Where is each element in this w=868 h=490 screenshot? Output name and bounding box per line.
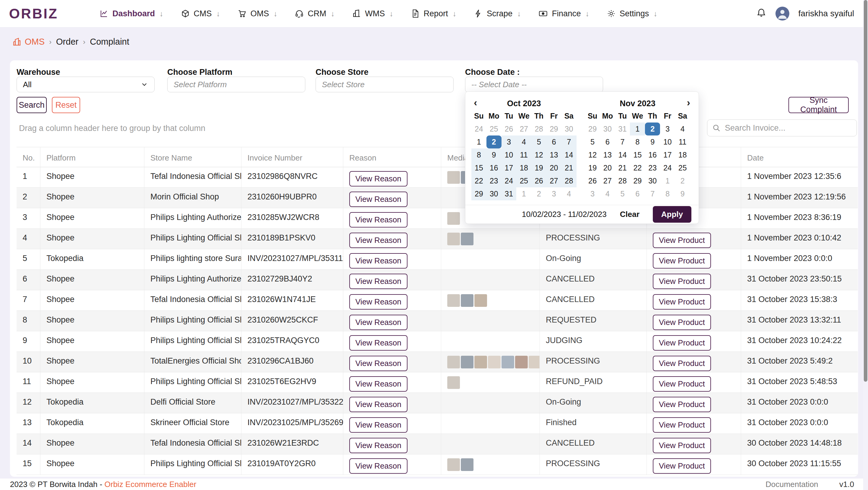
media-thumbnail[interactable] xyxy=(447,294,460,307)
calendar-day[interactable]: 20 xyxy=(547,162,561,174)
calendar-day[interactable]: 21 xyxy=(615,162,630,174)
view-product-button[interactable]: View Product xyxy=(653,335,711,351)
calendar-day[interactable]: 12 xyxy=(585,148,600,162)
media-thumbnail[interactable] xyxy=(447,376,460,389)
calendar-day[interactable]: 9 xyxy=(645,136,660,148)
calendar-day[interactable]: 12 xyxy=(531,148,547,162)
calendar-day[interactable]: 4 xyxy=(516,136,531,148)
view-reason-button[interactable]: View Reason xyxy=(349,397,407,412)
invoice-search-input[interactable] xyxy=(724,123,852,133)
media-thumbnail[interactable] xyxy=(461,233,473,245)
view-product-button[interactable]: View Product xyxy=(653,253,711,268)
platform-input[interactable] xyxy=(167,77,305,92)
calendar-day[interactable]: 18 xyxy=(516,162,531,174)
nav-item-wms[interactable]: WMS↓ xyxy=(352,9,393,19)
column-header[interactable]: Date xyxy=(741,147,858,167)
view-reason-button[interactable]: View Reason xyxy=(349,192,407,207)
view-reason-button[interactable]: View Reason xyxy=(349,273,407,289)
calendar-day[interactable]: 3 xyxy=(501,136,517,148)
calendar-day[interactable]: 28 xyxy=(615,174,630,188)
column-header[interactable]: Platform xyxy=(40,147,144,167)
calendar-day[interactable]: 15 xyxy=(630,148,645,162)
calendar-day[interactable]: 7 xyxy=(615,136,630,148)
column-header[interactable]: No. xyxy=(17,147,40,167)
calendar-day[interactable]: 14 xyxy=(615,148,630,162)
media-thumbnail[interactable] xyxy=(501,356,514,368)
view-product-button[interactable]: View Product xyxy=(653,294,711,310)
calendar-day[interactable]: 11 xyxy=(516,148,531,162)
nav-item-scrape[interactable]: Scrape↓ xyxy=(474,9,521,19)
calendar-day[interactable]: 30 xyxy=(487,188,501,200)
nav-item-report[interactable]: Report↓ xyxy=(411,9,457,19)
calendar-day[interactable]: 3 xyxy=(660,122,675,136)
calendar-next-icon[interactable]: › xyxy=(687,97,690,108)
view-reason-button[interactable]: View Reason xyxy=(349,171,407,186)
view-product-button[interactable]: View Product xyxy=(653,273,711,289)
view-product-button[interactable]: View Product xyxy=(653,376,711,392)
view-reason-button[interactable]: View Reason xyxy=(349,294,407,310)
calendar-day[interactable]: 1 xyxy=(516,188,531,200)
media-thumbnail[interactable] xyxy=(474,294,487,307)
column-header[interactable]: Invoice Number xyxy=(241,147,343,167)
view-product-button[interactable]: View Product xyxy=(653,315,711,330)
view-product-button[interactable]: View Product xyxy=(653,397,711,412)
calendar-day[interactable]: 23 xyxy=(645,162,660,174)
reset-button[interactable]: Reset xyxy=(52,97,80,113)
calendar-day[interactable]: 20 xyxy=(600,162,615,174)
media-thumbnail[interactable] xyxy=(515,356,528,368)
calendar-day[interactable]: 23 xyxy=(487,174,501,188)
calendar-day[interactable]: 13 xyxy=(547,148,561,162)
calendar-day[interactable]: 21 xyxy=(561,162,577,174)
calendar-day[interactable]: 29 xyxy=(630,174,645,188)
calendar-day[interactable]: 29 xyxy=(547,122,561,136)
view-reason-button[interactable]: View Reason xyxy=(349,356,407,371)
media-thumbnail[interactable] xyxy=(447,233,460,245)
calendar-day[interactable]: 7 xyxy=(645,188,660,200)
calendar-day[interactable]: 24 xyxy=(471,122,487,136)
media-thumbnail[interactable] xyxy=(529,356,540,368)
nav-item-crm[interactable]: CRM↓ xyxy=(295,9,335,19)
calendar-prev-icon[interactable]: ‹ xyxy=(474,97,477,108)
calendar-day[interactable]: 14 xyxy=(561,148,577,162)
page-scrollbar[interactable] xyxy=(863,0,868,490)
nav-item-dashboard[interactable]: Dashboard↓ xyxy=(99,9,163,19)
nav-item-cms[interactable]: CMS↓ xyxy=(181,9,220,19)
calendar-day[interactable]: 6 xyxy=(600,136,615,148)
media-thumbnail[interactable] xyxy=(447,356,460,368)
warehouse-select[interactable]: All xyxy=(17,77,155,92)
calendar-day[interactable]: 1 xyxy=(471,136,487,148)
view-reason-button[interactable]: View Reason xyxy=(349,212,407,228)
calendar-day[interactable]: 26 xyxy=(585,174,600,188)
breadcrumb-oms[interactable]: OMS xyxy=(12,37,44,47)
calendar-day[interactable]: 9 xyxy=(487,148,501,162)
calendar-day[interactable]: 28 xyxy=(561,174,577,188)
calendar-day[interactable]: 25 xyxy=(516,174,531,188)
view-reason-button[interactable]: View Reason xyxy=(349,253,407,268)
calendar-day[interactable]: 13 xyxy=(600,148,615,162)
calendar-day[interactable]: 25 xyxy=(675,162,690,174)
view-reason-button[interactable]: View Reason xyxy=(349,458,407,474)
calendar-day[interactable]: 9 xyxy=(675,188,690,200)
calendar-day[interactable]: 11 xyxy=(675,136,690,148)
media-thumbnail[interactable] xyxy=(461,356,473,368)
calendar-day[interactable]: 4 xyxy=(561,188,577,200)
calendar-day[interactable]: 3 xyxy=(547,188,561,200)
calendar-day[interactable]: 6 xyxy=(630,188,645,200)
calendar-day[interactable]: 1 xyxy=(630,122,645,136)
calendar-day[interactable]: 30 xyxy=(561,122,577,136)
calendar-day[interactable]: 31 xyxy=(615,122,630,136)
view-reason-button[interactable]: View Reason xyxy=(349,233,407,248)
calendar-day[interactable]: 4 xyxy=(675,122,690,136)
calendar-day[interactable]: 16 xyxy=(645,148,660,162)
calendar-day[interactable]: 5 xyxy=(531,136,547,148)
media-thumbnail[interactable] xyxy=(474,356,487,368)
sync-complaint-button[interactable]: Sync Complaint xyxy=(788,97,849,113)
media-thumbnail[interactable] xyxy=(461,294,473,307)
calendar-day[interactable]: 16 xyxy=(487,162,501,174)
nav-item-finance[interactable]: Finance↓ xyxy=(538,9,589,19)
view-product-button[interactable]: View Product xyxy=(653,438,711,453)
calendar-day[interactable]: 26 xyxy=(531,174,547,188)
view-product-button[interactable]: View Product xyxy=(653,417,711,433)
scrollbar-thumb[interactable] xyxy=(864,0,867,382)
calendar-day[interactable]: 5 xyxy=(585,136,600,148)
